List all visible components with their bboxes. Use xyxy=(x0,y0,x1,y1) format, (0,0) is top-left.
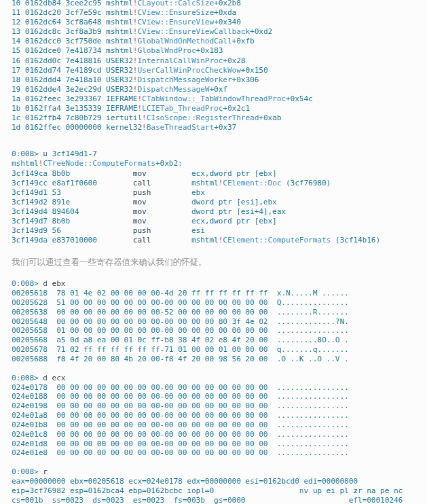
code-segment: u xyxy=(39,149,52,158)
code-line: 3cf149cc e8af1f0600 call mshtml!CElement… xyxy=(12,179,331,187)
code-line: 00205648 00 00 00 00 00 00 00 00-00 00 0… xyxy=(12,317,349,326)
code-segment: 024e0178 00 00 00 00 00 00 00 00-00 00 0… xyxy=(12,383,349,392)
code-segment: cs=001b ss=0023 ds=0023 es=0023 fs=003b … xyxy=(12,496,403,504)
code-segment: +0x306 xyxy=(232,75,259,84)
code-segment: +0x37 xyxy=(214,123,236,132)
code-segment: 00205648 00 00 00 00 00 00 00 00-00 00 0… xyxy=(12,317,349,326)
code-line: 00205618 78 01 4e 02 00 00 00 00-4d 20 f… xyxy=(12,289,349,298)
code-segment: 1a 0162feec 3e293367 IEFRAME xyxy=(12,94,137,103)
code-segment: 3cf149cc e8af1f0600 xyxy=(12,179,133,187)
code-segment: call xyxy=(133,236,151,245)
code-segment: ecx,dword ptr [ebx] xyxy=(147,169,277,178)
code-segment: +0xab xyxy=(259,113,281,122)
code-line: 18 0162ddd4 7e418a10 USER32!DispatchMess… xyxy=(12,75,259,84)
code-segment: mshtml xyxy=(12,159,39,168)
code-segment: +0x2b8 xyxy=(214,0,241,7)
code-line: 00205688 f8 4f 20 00 80 4b 20 00-f8 4f 2… xyxy=(12,355,349,363)
code-line: 11 0162dc20 3cf7e59c mshtml!CView::Ensur… xyxy=(12,8,236,17)
code-line: 00205638 00 00 00 00 00 00 00 00-52 00 0… xyxy=(12,308,349,317)
code-segment: CLayout::CalcSize xyxy=(137,0,214,7)
code-segment: ! xyxy=(142,113,147,122)
code-line: 3cf149d4 894604 mov dword ptr [esi+4],ea… xyxy=(12,207,286,216)
code-segment: 0:008> xyxy=(12,374,39,382)
code-line: 024e0198 00 00 00 00 00 00 00 00-00 00 0… xyxy=(12,401,349,410)
code-segment: 1d 0162ffec 00000000 kernel32 xyxy=(12,123,142,132)
code-line: eax=00000000 ebx=00205618 ecx=024e0178 e… xyxy=(12,477,358,486)
code-segment: 19 0162dde4 3e2ec29d USER32 xyxy=(12,85,133,94)
code-segment: ebx xyxy=(151,188,204,197)
unassemble-output-block: 0:008> u 3cf149d1-7 mshtml!CTreeNode::Co… xyxy=(12,149,427,245)
code-segment: mov xyxy=(133,207,147,216)
code-segment: 00205688 f8 4f 20 00 80 4b 20 00-f8 4f 2… xyxy=(12,355,349,363)
code-line: 3cf149d1 53 push ebx xyxy=(12,188,205,197)
code-line: 024e01a8 00 00 00 00 00 00 00 00-00 00 0… xyxy=(12,411,349,420)
code-segment: +0xb2: xyxy=(155,159,183,168)
code-segment: 024e01d8 00 00 00 00 00 00 00 00-00 00 0… xyxy=(12,439,349,448)
code-segment: CView::EnsureView xyxy=(137,18,214,26)
code-segment: 0:008> xyxy=(12,149,39,158)
paragraph-cn: 我们可以通过查看一些寄存器值来确认我们的怀疑。 xyxy=(12,257,427,267)
code-segment: ! xyxy=(142,123,147,132)
code-segment: DispatchMessageWorker xyxy=(137,75,231,84)
code-segment: 10 0162db84 3cee2c95 mshtml xyxy=(12,0,133,7)
code-line: 1a 0162feec 3e293367 IEFRAME!CTabWindow:… xyxy=(12,94,313,103)
code-segment: eip=3cf76982 esp=0162bca4 ebp=0162bcbc i… xyxy=(12,486,403,495)
code-line: 3cf149ca 8b0b mov ecx,dword ptr [ebx] xyxy=(12,169,277,178)
code-segment: 024e0188 00 00 00 00 00 00 00 00-00 00 0… xyxy=(12,392,349,401)
code-line: 13 0162dc8c 3cf8a3b9 mshtml!CView::Ensur… xyxy=(12,27,272,36)
code-line: 3cf149d7 8b0b mov ecx,dword ptr [ebx] xyxy=(12,217,277,226)
code-line: 19 0162dde4 3e2ec29d USER32!DispatchMess… xyxy=(12,85,227,94)
code-segment: CTabWindow::_TabWindowThreadProc xyxy=(142,94,286,103)
code-segment: CElement::ComputeFormats xyxy=(223,236,331,245)
code-segment: +0xf xyxy=(209,85,227,94)
code-segment: 16 0162dd0c 7e418816 USER32 xyxy=(12,56,133,65)
code-line: 15 0162dce0 7e418734 mshtml!GlobalWndPro… xyxy=(12,46,223,55)
code-segment: 3cf149d4 894604 xyxy=(12,207,133,216)
code-segment: 3cf149d2 891e xyxy=(12,198,133,206)
code-segment: 17 0162dd74 7e4189cd USER32 xyxy=(12,66,133,75)
code-segment: +0xda xyxy=(214,8,236,17)
code-line: 1d 0162ffec 00000000 kernel32!BaseThread… xyxy=(12,123,236,132)
code-segment: +0xfb xyxy=(232,37,255,46)
code-line: 10 0162db84 3cee2c95 mshtml!CLayout::Cal… xyxy=(12,0,241,7)
code-segment: 00205658 01 00 00 00 00 00 00 00-00 00 0… xyxy=(12,326,349,335)
code-line: 024e01e8 00 00 00 00 00 00 00 00-00 00 0… xyxy=(12,448,349,457)
code-segment: InternalCallWinProc xyxy=(137,56,223,65)
code-line: 0:008> u 3cf149d1-7 xyxy=(12,149,97,158)
code-segment: mov xyxy=(133,217,147,226)
code-line: 0:008> r xyxy=(12,467,48,476)
code-line: 16 0162dd0c 7e418816 USER32!InternalCall… xyxy=(12,56,245,65)
code-segment: +0x150 xyxy=(241,66,268,75)
code-segment: 12 0162dc64 3cf8a648 mshtml xyxy=(12,18,133,26)
code-segment: 3cf149d9 56 xyxy=(12,226,133,235)
code-line: 0:008> d ecx xyxy=(12,374,66,382)
code-line: cs=001b ss=0023 ds=0023 es=0023 fs=003b … xyxy=(12,496,403,504)
code-segment: 18 0162ddd4 7e418a10 USER32 xyxy=(12,75,133,84)
code-segment: 0:008> xyxy=(12,467,39,476)
code-segment: BaseThreadStart xyxy=(147,123,214,132)
code-segment: CIsoScope::RegisterThread xyxy=(147,113,259,122)
code-segment: mshtml xyxy=(151,236,218,245)
code-segment: call xyxy=(133,179,151,187)
code-segment: 024e01c8 00 00 00 00 00 00 00 00-00 00 0… xyxy=(12,430,349,439)
code-segment: 3cf149d7 8b0b xyxy=(12,217,133,226)
code-segment: 1b 0162ffa4 3e135339 IEFRAME xyxy=(12,104,137,113)
code-line: 3cf149da e837010000 call mshtml!CElement… xyxy=(12,236,380,245)
code-segment: mshtml xyxy=(151,179,218,187)
code-line: 0:008> d ebx xyxy=(12,279,66,288)
code-segment: d ecx xyxy=(39,374,66,382)
code-line: eip=3cf76982 esp=0162bca4 ebp=0162bcbc i… xyxy=(12,486,403,495)
code-line: 024e01d8 00 00 00 00 00 00 00 00-00 00 0… xyxy=(12,439,349,448)
code-segment: dword ptr [esi+4],eax xyxy=(147,207,286,216)
code-segment: +0x54c xyxy=(286,94,313,103)
code-line: 024e01c8 00 00 00 00 00 00 00 00-00 00 0… xyxy=(12,430,349,439)
code-segment: 024e01a8 00 00 00 00 00 00 00 00-00 00 0… xyxy=(12,411,349,420)
code-segment: 11 0162dc20 3cf7e59c mshtml xyxy=(12,8,133,17)
code-segment: 024e01b8 00 00 00 00 00 00 00 00-00 00 0… xyxy=(12,420,349,429)
code-segment: +0x2c1 xyxy=(223,104,250,113)
code-segment: DispatchMessageW xyxy=(137,85,209,94)
code-segment: 00205618 78 01 4e 02 00 00 00 00-4d 20 f… xyxy=(12,289,349,298)
code-segment: 0:008> xyxy=(12,279,39,288)
code-segment: 3cf149d1 53 xyxy=(12,188,133,197)
code-segment: 3cf149da e837010000 xyxy=(12,236,133,245)
